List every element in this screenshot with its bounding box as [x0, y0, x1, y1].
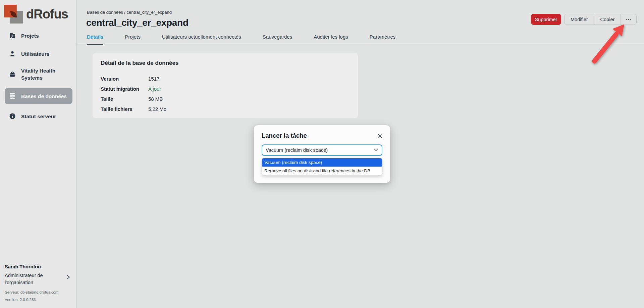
- sidebar-item-label: Bases de données: [21, 93, 67, 100]
- database-details-card: Détail de la base de données Version 151…: [93, 53, 358, 118]
- sidebar-item-utilisateurs[interactable]: Utilisateurs: [5, 48, 72, 59]
- database-icon: [9, 92, 16, 100]
- sidebar: dRofus Projets: [0, 0, 77, 308]
- user-icon: [9, 50, 16, 57]
- task-select[interactable]: Vacuum (reclaim disk space): [262, 144, 382, 156]
- card-title: Détail de la base de données: [101, 60, 178, 67]
- row-label: Version: [101, 76, 148, 82]
- option-vacuum[interactable]: Vacuum (reclaim disk space): [262, 158, 382, 167]
- tab-auditer-les-logs[interactable]: Auditer les logs: [314, 34, 348, 45]
- chevron-down-icon: [374, 147, 378, 153]
- user-name: Sarah Thornton: [5, 264, 72, 269]
- brand-name: dRofus: [26, 7, 68, 21]
- building-icon: [9, 32, 16, 39]
- sidebar-item-statut-serveur[interactable]: Statut serveur: [5, 111, 72, 122]
- run-task-modal: Lancer la tâche Vacuum (reclaim disk spa…: [254, 125, 390, 183]
- detail-row-version: Version 1517: [101, 74, 349, 84]
- tab-bar: Détails Projets Utilisateurs actuellemen…: [87, 34, 395, 45]
- edit-button[interactable]: Modifier: [565, 14, 594, 25]
- sidebar-item-label: Vitality Health Systems: [21, 67, 68, 81]
- header-divider: [77, 45, 644, 45]
- breadcrumb[interactable]: Bases de données / central_city_er_expan…: [87, 10, 172, 15]
- sidebar-item-label: Statut serveur: [21, 113, 56, 120]
- row-label: Taille fichiers: [101, 106, 148, 112]
- detail-row-statut-migration: Statut migration A jour: [101, 84, 349, 94]
- server-info: Serveur: db-staging.drofus.com: [5, 290, 58, 294]
- detail-row-taille: Taille 58 MB: [101, 94, 349, 104]
- annotation-arrow: [589, 20, 629, 65]
- row-value: 58 MB: [148, 96, 163, 102]
- sidebar-item-bases-de-donnees[interactable]: Bases de données: [5, 88, 72, 104]
- app-window: dRofus Projets: [0, 0, 644, 308]
- tab-parametres[interactable]: Paramètres: [370, 34, 396, 45]
- card-rows: Version 1517 Statut migration A jour Tai…: [101, 74, 349, 114]
- sidebar-item-label: Utilisateurs: [21, 50, 49, 57]
- chevron-right-icon[interactable]: [66, 274, 71, 281]
- sidebar-item-projets[interactable]: Projets: [5, 30, 72, 41]
- info-icon: [9, 113, 16, 120]
- close-icon[interactable]: [376, 132, 383, 139]
- row-value: 5,22 Mo: [148, 106, 166, 112]
- sidebar-item-label: Projets: [21, 32, 39, 39]
- tab-details[interactable]: Détails: [87, 34, 103, 45]
- option-remove-files[interactable]: Remove all files on disk and file refere…: [262, 167, 382, 175]
- more-actions-button[interactable]: ···: [621, 14, 636, 25]
- user-role: Administrateur de l'organisation: [5, 272, 57, 286]
- row-label: Statut migration: [101, 86, 148, 92]
- tab-utilisateurs-connectes[interactable]: Utilisateurs actuellement connectés: [162, 34, 241, 45]
- delete-button[interactable]: Supprimer: [531, 14, 561, 25]
- sidebar-item-organization[interactable]: Vitality Health Systems: [5, 67, 72, 82]
- tab-sauvegardes[interactable]: Sauvegardes: [263, 34, 292, 45]
- modal-title: Lancer la tâche: [262, 132, 307, 139]
- tab-projets[interactable]: Projets: [125, 34, 141, 45]
- row-value: 1517: [148, 76, 159, 82]
- detail-row-taille-fichiers: Taille fichiers 5,22 Mo: [101, 104, 349, 114]
- page-title: central_city_er_expand: [86, 17, 189, 28]
- row-label: Taille: [101, 96, 148, 102]
- copy-button[interactable]: Copier: [594, 14, 621, 25]
- briefcase-icon: [9, 71, 16, 78]
- row-value-status: A jour: [148, 86, 161, 92]
- version-info: Version: 2.0.0.253: [5, 298, 36, 302]
- drofus-logo: dRofus: [4, 5, 68, 24]
- task-select-value: Vacuum (reclaim disk space): [266, 147, 374, 153]
- drofus-logo-icon: [4, 5, 23, 24]
- task-select-dropdown: Vacuum (reclaim disk space) Remove all f…: [262, 158, 382, 175]
- action-button-group: Modifier Copier ···: [564, 14, 637, 25]
